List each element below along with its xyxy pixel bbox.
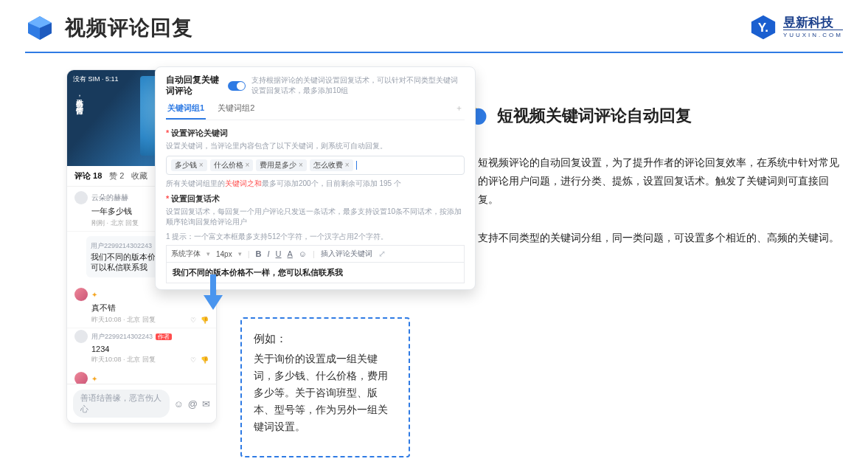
image-icon[interactable]: ✉ bbox=[202, 398, 210, 409]
bullet-text: 支持不同类型的关键词分组，同一类问题，可设置多个相近的、高频的关键词。 bbox=[478, 229, 839, 247]
example-box: 例如： 关于询价的设置成一组关键词，多少钱、什么价格，费用多少等。关于咨询班型、… bbox=[240, 317, 410, 457]
bullet-text: 短视频评论的自动回复设置，为了提升作者的评论回复效率，在系统中针对常见的评论用户… bbox=[478, 153, 839, 210]
expand-icon[interactable]: ⤢ bbox=[378, 249, 386, 259]
keyword-tag[interactable]: 怎么收费 bbox=[310, 159, 353, 171]
heart-icon[interactable]: ♡ bbox=[190, 317, 196, 324]
keyword-group-tab-1[interactable]: 关键词组1 bbox=[166, 103, 206, 120]
page-title: 视频评论回复 bbox=[65, 14, 193, 42]
switch-label: 自动回复关键词评论 bbox=[166, 75, 222, 97]
verified-icon: ✦ bbox=[91, 291, 97, 299]
switch-hint: 支持根据评论的关键词设置回复话术，可以针对不同类型关键词设置回复话术，最多添加1… bbox=[251, 75, 465, 96]
reply-user: 用户2299214302243 bbox=[91, 242, 152, 249]
verified-icon: ✦ bbox=[91, 375, 97, 383]
video-caption: 身格已有伤，何需苦奔忙 bbox=[74, 94, 83, 101]
tab-comments[interactable]: 评论 18 bbox=[74, 170, 102, 182]
editor-toolbar: 系统字体▾ 14px▾ | B I U A ☺ | 插入评论关键词 ⤢ bbox=[166, 245, 465, 262]
keyword-tag[interactable]: 什么价格 bbox=[210, 159, 254, 171]
brand-name-en: YUUXIN.COM bbox=[783, 30, 843, 38]
config-panel: 自动回复关键词评论 支持根据评论的关键词设置回复话术，可以针对不同类型关键词设置… bbox=[155, 66, 476, 290]
comment-user: 云朵的赫赫 bbox=[91, 193, 128, 203]
keyword-tag[interactable]: 多少钱 bbox=[171, 159, 207, 171]
reply-label: 设置回复话术 bbox=[166, 193, 465, 204]
svg-text:Y.: Y. bbox=[758, 21, 768, 35]
brand-icon: Y. bbox=[749, 13, 777, 41]
auto-reply-toggle[interactable] bbox=[228, 81, 246, 91]
tab-fav[interactable]: 收藏 bbox=[131, 170, 147, 182]
emoji-icon[interactable]: ☺ bbox=[299, 249, 307, 258]
comment-input[interactable]: 善语结善缘，恶言伤人心 bbox=[73, 390, 170, 418]
example-title: 例如： bbox=[254, 332, 397, 346]
cube-icon bbox=[25, 13, 55, 43]
comment-text: 真不错 bbox=[91, 303, 209, 314]
example-body: 关于询价的设置成一组关键词，多少钱、什么价格，费用多少等。关于咨询班型、版本、型… bbox=[254, 350, 397, 435]
brand-name-cn: 昱新科技 bbox=[783, 16, 843, 30]
italic-icon[interactable]: I bbox=[268, 249, 270, 258]
status-bar: 没有 SIM · 5:11 bbox=[73, 75, 119, 84]
comment-meta: 刚刚 · 北京 回复 bbox=[91, 218, 139, 228]
underline-icon[interactable]: U bbox=[276, 249, 282, 258]
keyword-sub: 设置关键词，当评论里内容包含了以下关键词，则系统可自动回复。 bbox=[166, 141, 465, 151]
section-title: 短视频关键词评论自动回复 bbox=[497, 105, 692, 127]
avatar bbox=[74, 330, 88, 343]
author-tag: 作者 bbox=[156, 334, 172, 340]
bullet-1: 短视频评论的自动回复设置，为了提升作者的评论回复效率，在系统中针对常见的评论用户… bbox=[463, 153, 839, 210]
svg-rect-5 bbox=[210, 274, 216, 295]
add-group-icon[interactable]: ＋ bbox=[454, 103, 465, 120]
text-cursor bbox=[356, 161, 357, 170]
dislike-icon[interactable]: 👎 bbox=[201, 356, 209, 364]
size-select[interactable]: 14px bbox=[216, 250, 232, 258]
keyword-tag[interactable]: 费用是多少 bbox=[256, 159, 307, 171]
reply-user: 用户2299214302243 bbox=[91, 333, 153, 340]
header-divider bbox=[25, 52, 843, 53]
svg-marker-6 bbox=[204, 295, 223, 310]
chevron-down-icon[interactable]: ▾ bbox=[238, 250, 242, 258]
reply-sub: 设置回复话术，每回复一个用户评论只发送一条话术，最多支持设置10条不同话术，按添… bbox=[166, 207, 465, 227]
at-icon[interactable]: @ bbox=[188, 398, 198, 409]
color-icon[interactable]: A bbox=[288, 249, 293, 258]
bold-icon[interactable]: B bbox=[256, 249, 262, 258]
keyword-input[interactable]: 多少钱 什么价格 费用是多少 怎么收费 bbox=[166, 156, 465, 175]
comment-meta: 昨天10:08 · 北京 回复 bbox=[91, 355, 156, 364]
dislike-icon[interactable]: 👎 bbox=[201, 317, 209, 324]
insert-keyword-button[interactable]: 插入评论关键词 bbox=[321, 249, 372, 259]
avatar bbox=[74, 288, 88, 301]
brand-logo: Y. 昱新科技 YUUXIN.COM bbox=[749, 13, 843, 41]
avatar bbox=[74, 191, 88, 204]
keyword-label: 设置评论关键词 bbox=[166, 128, 465, 139]
arrow-icon bbox=[202, 274, 224, 311]
reply-tip: 1 提示：一个富文本框最多支持512个字符，一个汉字占用2个字符。 bbox=[166, 232, 465, 242]
emoji-icon[interactable]: ☺ bbox=[174, 398, 184, 409]
heart-icon[interactable]: ♡ bbox=[190, 356, 196, 364]
chevron-down-icon[interactable]: ▾ bbox=[206, 250, 210, 258]
keyword-note: 所有关键词组里的关键词之和最多可添加200个，目前剩余可添加 195 个 bbox=[166, 179, 465, 189]
keyword-group-tab-2[interactable]: 关键词组2 bbox=[216, 103, 256, 120]
reply-text: 1234 bbox=[91, 345, 209, 353]
bullet-2: 支持不同类型的关键词分组，同一类问题，可设置多个相近的、高频的关键词。 bbox=[463, 229, 839, 247]
comment-meta: 昨天10:08 · 北京 回复 bbox=[91, 315, 156, 325]
font-select[interactable]: 系统字体 bbox=[171, 249, 201, 259]
tab-likes[interactable]: 赞 2 bbox=[109, 170, 124, 182]
